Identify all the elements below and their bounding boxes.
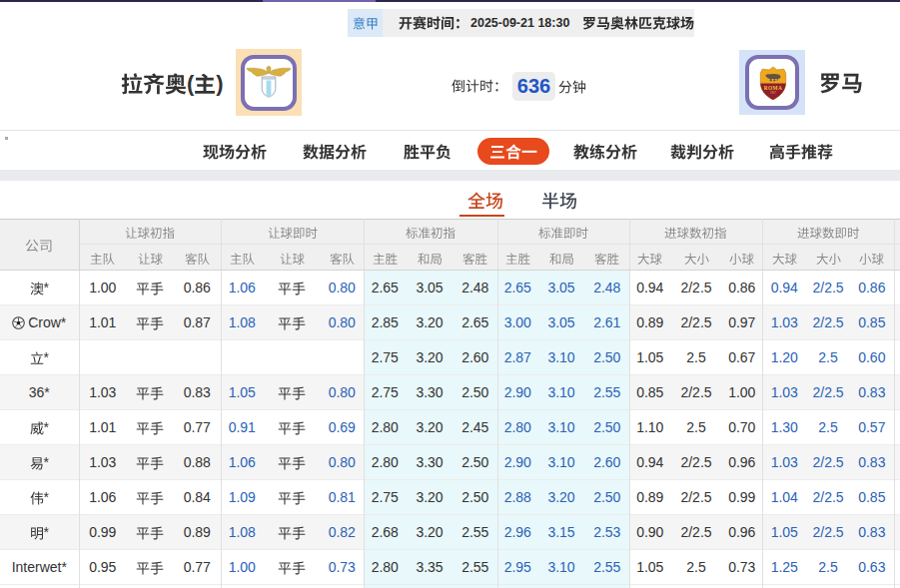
svg-text:1927: 1927 (770, 91, 777, 95)
svg-text:ROMA: ROMA (763, 84, 781, 90)
